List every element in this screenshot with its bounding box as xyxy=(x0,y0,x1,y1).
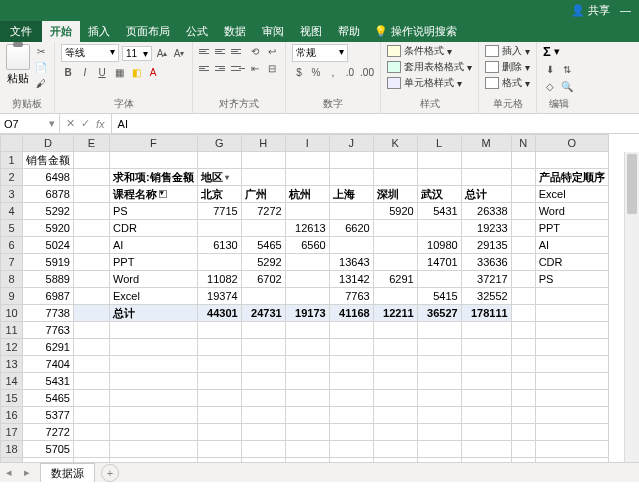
percent-button[interactable]: % xyxy=(309,65,323,79)
cell-M14[interactable] xyxy=(461,373,511,390)
cell-L4[interactable]: 5431 xyxy=(417,203,461,220)
row-header-5[interactable]: 5 xyxy=(1,220,23,237)
sheet-nav-next[interactable]: ▸ xyxy=(18,466,36,479)
italic-button[interactable]: I xyxy=(78,65,92,79)
col-header-I[interactable]: I xyxy=(285,135,329,152)
cell-I13[interactable] xyxy=(285,356,329,373)
cell-M13[interactable] xyxy=(461,356,511,373)
cell-H13[interactable] xyxy=(241,356,285,373)
format-cells-button[interactable]: 格式▾ xyxy=(485,76,530,90)
row-header-1[interactable]: 1 xyxy=(1,152,23,169)
cell-D15[interactable]: 5465 xyxy=(23,390,74,407)
cell-D6[interactable]: 5024 xyxy=(23,237,74,254)
format-painter-button[interactable]: 🖌 xyxy=(34,76,48,90)
cell-M18[interactable] xyxy=(461,441,511,458)
cell-H3[interactable]: 广州 xyxy=(241,186,285,203)
cell-N14[interactable] xyxy=(511,373,535,390)
cell-O15[interactable] xyxy=(535,390,608,407)
cell-J12[interactable] xyxy=(329,339,373,356)
autosum-button[interactable]: Σ xyxy=(543,44,551,59)
row-header-11[interactable]: 11 xyxy=(1,322,23,339)
cell-F2[interactable]: 求和项:销售金额 xyxy=(110,169,198,186)
merge-center-button[interactable]: ⊟ xyxy=(265,61,279,75)
cell-M3[interactable]: 总计 xyxy=(461,186,511,203)
cell-M7[interactable]: 33636 xyxy=(461,254,511,271)
col-header-G[interactable]: G xyxy=(197,135,241,152)
row-header-2[interactable]: 2 xyxy=(1,169,23,186)
cell-K18[interactable] xyxy=(373,441,417,458)
cell-M1[interactable] xyxy=(461,152,511,169)
cell-J10[interactable]: 41168 xyxy=(329,305,373,322)
cell-N17[interactable] xyxy=(511,424,535,441)
align-center[interactable] xyxy=(215,62,229,74)
cell-O17[interactable] xyxy=(535,424,608,441)
cell-E16[interactable] xyxy=(74,407,110,424)
row-header-12[interactable]: 12 xyxy=(1,339,23,356)
name-box[interactable]: O7▾ xyxy=(0,114,60,133)
tab-data[interactable]: 数据 xyxy=(216,21,254,42)
cell-D18[interactable]: 5705 xyxy=(23,441,74,458)
cell-N8[interactable] xyxy=(511,271,535,288)
cell-K16[interactable] xyxy=(373,407,417,424)
cell-G6[interactable]: 6130 xyxy=(197,237,241,254)
cell-E17[interactable] xyxy=(74,424,110,441)
cell-L17[interactable] xyxy=(417,424,461,441)
col-header-F[interactable]: F xyxy=(110,135,198,152)
cell-M6[interactable]: 29135 xyxy=(461,237,511,254)
cell-O4[interactable]: Word xyxy=(535,203,608,220)
fill-color-button[interactable]: ◧ xyxy=(129,65,143,79)
cell-J17[interactable] xyxy=(329,424,373,441)
cell-K6[interactable] xyxy=(373,237,417,254)
cell-J1[interactable] xyxy=(329,152,373,169)
col-header-E[interactable]: E xyxy=(74,135,110,152)
cell-I18[interactable] xyxy=(285,441,329,458)
cell-H9[interactable] xyxy=(241,288,285,305)
row-header-9[interactable]: 9 xyxy=(1,288,23,305)
cell-D10[interactable]: 7738 xyxy=(23,305,74,322)
cell-H17[interactable] xyxy=(241,424,285,441)
cell-G9[interactable]: 19374 xyxy=(197,288,241,305)
cell-F11[interactable] xyxy=(110,322,198,339)
tab-help[interactable]: 帮助 xyxy=(330,21,368,42)
tell-me-search[interactable]: 💡 操作说明搜索 xyxy=(374,24,457,42)
cell-F10[interactable]: 总计 xyxy=(110,305,198,322)
cell-D12[interactable]: 6291 xyxy=(23,339,74,356)
cell-E7[interactable] xyxy=(74,254,110,271)
cell-N16[interactable] xyxy=(511,407,535,424)
cell-N15[interactable] xyxy=(511,390,535,407)
cell-K4[interactable]: 5920 xyxy=(373,203,417,220)
tab-page-layout[interactable]: 页面布局 xyxy=(118,21,178,42)
cell-J18[interactable] xyxy=(329,441,373,458)
cell-H2[interactable] xyxy=(241,169,285,186)
cell-G11[interactable] xyxy=(197,322,241,339)
cell-N2[interactable] xyxy=(511,169,535,186)
worksheet-area[interactable]: DEFGHIJKLMNO1销售金额26498求和项:销售金额地区产品特定顺序36… xyxy=(0,134,639,482)
cell-L13[interactable] xyxy=(417,356,461,373)
cell-O5[interactable]: PPT xyxy=(535,220,608,237)
cell-E15[interactable] xyxy=(74,390,110,407)
cell-F4[interactable]: PS xyxy=(110,203,198,220)
format-as-table-button[interactable]: 套用表格格式▾ xyxy=(387,60,472,74)
tab-review[interactable]: 审阅 xyxy=(254,21,292,42)
row-header-4[interactable]: 4 xyxy=(1,203,23,220)
cell-F18[interactable] xyxy=(110,441,198,458)
row-header-16[interactable]: 16 xyxy=(1,407,23,424)
cell-F14[interactable] xyxy=(110,373,198,390)
underline-button[interactable]: U xyxy=(95,65,109,79)
row-header-18[interactable]: 18 xyxy=(1,441,23,458)
delete-cells-button[interactable]: 删除▾ xyxy=(485,60,530,74)
increase-font-button[interactable]: A▴ xyxy=(155,46,169,60)
align-left[interactable] xyxy=(199,62,213,74)
cell-H12[interactable] xyxy=(241,339,285,356)
wrap-text-button[interactable]: ↩ xyxy=(265,44,279,58)
cell-D7[interactable]: 5919 xyxy=(23,254,74,271)
cell-K13[interactable] xyxy=(373,356,417,373)
cell-G5[interactable] xyxy=(197,220,241,237)
cell-G2[interactable]: 地区 xyxy=(197,169,241,186)
cell-L6[interactable]: 10980 xyxy=(417,237,461,254)
cell-H8[interactable]: 6702 xyxy=(241,271,285,288)
cell-N6[interactable] xyxy=(511,237,535,254)
clear-button[interactable]: ◇ xyxy=(543,79,557,93)
cell-G18[interactable] xyxy=(197,441,241,458)
cell-J14[interactable] xyxy=(329,373,373,390)
